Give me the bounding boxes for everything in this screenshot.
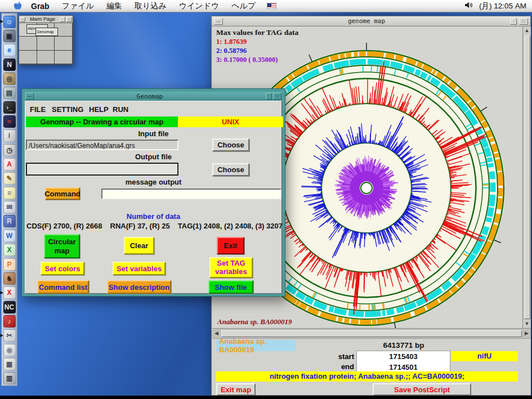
dock-icon-image-viewer[interactable]: ▶ ▣	[2, 29, 17, 43]
scroll-right-icon[interactable]: ▶	[522, 330, 531, 338]
pager-restore-icon[interactable]: ·	[60, 17, 65, 22]
dock-icon-word[interactable]: ▶ W	[2, 228, 17, 243]
menu-item-help[interactable]: HELP	[89, 105, 109, 114]
dock-icon-stickies[interactable]: ▶ ≡	[2, 186, 17, 200]
menu-item-file[interactable]: FILE	[30, 105, 46, 114]
maximize-icon[interactable]: □	[519, 18, 528, 25]
dock-icon-clock[interactable]: ▶ ◷	[2, 143, 17, 157]
dock-icon-mail[interactable]: ▶ ✉	[2, 200, 17, 214]
menu-capture[interactable]: 取り込み	[135, 1, 167, 11]
dock-icon-image-capture[interactable]: ▶ ▤	[2, 86, 17, 100]
input-file-field[interactable]: /Users/naokisat/GenoMap/ana4.grs	[26, 140, 178, 150]
pager-cell[interactable]	[55, 37, 73, 50]
pager-cell[interactable]	[37, 51, 55, 64]
running-indicator: ▶	[1, 290, 3, 294]
vertical-scroll-thumb[interactable]	[524, 35, 530, 319]
max-values-heading: Max values for TAG data	[216, 28, 298, 37]
dock-icon-glyph: ✂	[3, 329, 16, 342]
set-variables-button[interactable]: Set variables	[113, 262, 166, 275]
pager-cell[interactable]	[37, 37, 55, 50]
menu-window[interactable]: ウインドウ	[179, 1, 220, 11]
dock-icon-nc[interactable]: ▶ NC	[2, 300, 17, 314]
speaker-icon[interactable]	[464, 1, 473, 11]
pager-mini-window-genomap[interactable]: Genomap	[35, 28, 58, 36]
dock-icon-trash[interactable]: ▶ ▥	[2, 371, 17, 385]
genomap-maximize-icon[interactable]: □	[273, 93, 281, 100]
scroll-left-icon[interactable]: ◀	[212, 330, 221, 338]
dock-icon-system-profiler[interactable]: ▶ i	[2, 129, 17, 143]
message-output-field[interactable]	[101, 189, 281, 199]
pager-titlebar[interactable]: — Mwm Page · □	[19, 16, 73, 23]
pager-cell[interactable]	[55, 51, 73, 64]
genomap-restore-icon[interactable]: ·	[266, 93, 272, 100]
output-file-label: Output file	[25, 153, 281, 161]
save-postscript-button[interactable]: Save PostScript	[373, 383, 471, 396]
minimize-icon[interactable]: —	[214, 18, 223, 25]
dock-icon-cd[interactable]: ▶ ◉	[2, 343, 17, 357]
scroll-down-icon[interactable]: ▼	[523, 320, 531, 328]
dock-icon-powerpoint[interactable]: ▶ P	[2, 257, 17, 271]
dock-icon-sherlock[interactable]: ▶ ◎	[2, 71, 17, 86]
pager-cell[interactable]	[19, 37, 37, 50]
dock-icon-robot[interactable]: ▶ R	[2, 214, 17, 228]
menu-help[interactable]: ヘルプ	[231, 1, 256, 11]
genome-map-titlebar[interactable]: — genome map · □	[212, 16, 530, 26]
dock-icon-bird-app[interactable]: ▶ ♪	[2, 314, 17, 328]
dock-icon-netscape[interactable]: ▶ N	[2, 57, 17, 71]
pager-cell[interactable]	[19, 51, 37, 64]
choose-output-button[interactable]: Choose	[212, 163, 249, 176]
organism-chip[interactable]: Anabaena sp. BA000019	[216, 340, 296, 351]
dock-icon-grab[interactable]: ▶ ✂	[2, 329, 17, 343]
dock-icon-acrobat[interactable]: ▶ A	[2, 157, 17, 171]
coordinates-box: 1715403 1714501	[356, 351, 450, 372]
genomap-titlebar[interactable]: — Genomap · □	[25, 92, 282, 101]
start-value[interactable]: 1715403	[357, 351, 450, 362]
dock-icon-grapher[interactable]: ▶ ≈	[2, 114, 17, 128]
apple-icon[interactable]	[14, 1, 22, 11]
menu-grab[interactable]: Grab	[31, 2, 50, 11]
set-colors-button[interactable]: Set colors	[41, 262, 84, 275]
genomap-minimize-icon[interactable]: —	[25, 93, 34, 100]
menu-item-run[interactable]: RUN	[113, 105, 128, 114]
choose-input-button[interactable]: Choose	[212, 138, 249, 151]
us-flag-icon[interactable]	[267, 3, 276, 9]
set-tag-variables-button[interactable]: Set TAG variables	[209, 257, 253, 278]
scroll-up-icon[interactable]: ▲	[523, 26, 531, 35]
dock-icon-dogcow[interactable]: ▶ ♞	[2, 271, 17, 285]
map-control-panel: Anabaena sp. BA000019 6413771 bp start e…	[212, 338, 531, 395]
gene-name-field[interactable]: nifU	[451, 351, 518, 361]
exit-button[interactable]: Exit	[217, 237, 244, 254]
menu-edit[interactable]: 編集	[106, 1, 122, 11]
dock-icon-internet-explorer[interactable]: ▶ e	[2, 43, 17, 57]
dock-icon-excel[interactable]: ▶ X	[2, 243, 17, 257]
output-file-field[interactable]	[26, 163, 178, 176]
menu-item-setting[interactable]: SETTING	[52, 105, 83, 114]
start-label: start	[314, 352, 354, 361]
dock-icon-notepad[interactable]: ▶ ✎	[2, 172, 17, 186]
dock-icon-glyph: ≈	[3, 115, 16, 128]
dock-icon-x11[interactable]: ▶ X	[2, 286, 17, 300]
show-file-button[interactable]: Show file	[208, 280, 253, 294]
dock-icon-glyph: W	[3, 230, 16, 242]
dock-icon-finder[interactable]: ▶ ☺	[2, 15, 17, 29]
pager-minimize-icon[interactable]: —	[20, 17, 25, 22]
dock-icon-terminal[interactable]: ▶ ›_	[2, 100, 17, 114]
horizontal-scroll-thumb[interactable]	[221, 330, 522, 337]
command-button[interactable]: Command	[45, 187, 80, 200]
pager-maximize-icon[interactable]: □	[66, 17, 72, 22]
clear-button[interactable]: Clear	[124, 237, 154, 254]
exit-map-button[interactable]: Exit map	[216, 383, 256, 396]
vertical-scrollbar[interactable]: ▲ ▼	[522, 26, 531, 328]
circular-map-button[interactable]: Circular map	[44, 234, 80, 258]
dock-icon-calculator[interactable]: ▶ ▦	[2, 357, 17, 371]
message-output-label: message output	[25, 178, 281, 186]
menu-file[interactable]: ファイル	[62, 1, 94, 11]
command-list-button[interactable]: Command list	[37, 280, 89, 294]
dock-icon-glyph: ◷	[3, 144, 16, 156]
show-description-button[interactable]: Show description	[107, 280, 171, 294]
restore-icon[interactable]: ·	[510, 18, 517, 25]
gene-description-bar: nitrogen fixation protein; Anabaena sp.;…	[216, 371, 518, 382]
menubar-clock[interactable]: (月) 12:05 AM	[479, 1, 526, 11]
dock-icon-glyph: ≡	[3, 187, 16, 199]
dock-icon-glyph: ▥	[3, 372, 16, 384]
